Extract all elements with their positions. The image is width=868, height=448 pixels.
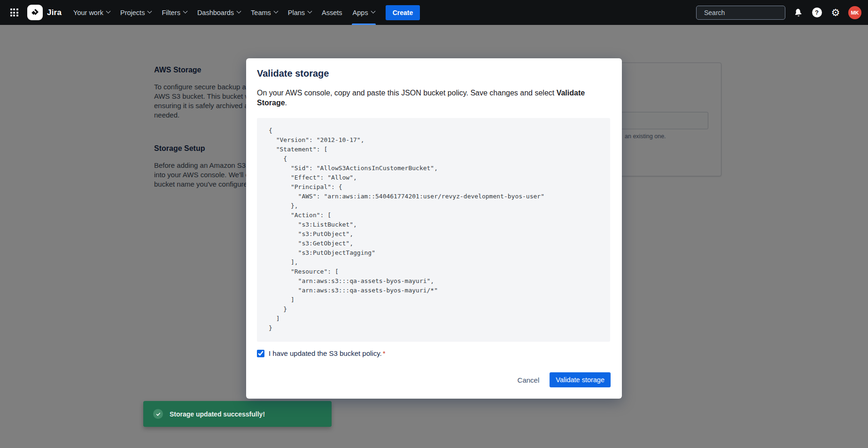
dialog-title: Validate storage [257, 68, 329, 79]
nav-item-assets[interactable]: Assets [317, 0, 348, 25]
dialog-description: On your AWS console, copy and paste this… [257, 88, 589, 108]
bucket-policy-code-block[interactable]: { "Version": "2012-10-17", "Statement": … [257, 118, 610, 342]
create-button[interactable]: Create [386, 5, 420, 20]
chevron-down-icon [147, 9, 152, 14]
validate-storage-button[interactable]: Validate storage [550, 372, 611, 387]
chevron-down-icon [183, 9, 187, 14]
nav-item-plans[interactable]: Plans [283, 0, 317, 25]
chevron-down-icon [237, 9, 241, 14]
dialog-footer: Cancel Validate storage [511, 372, 611, 387]
cancel-button[interactable]: Cancel [511, 372, 546, 387]
search-input[interactable] [704, 9, 789, 16]
application-window: Jira Your work Projects Filters Dashboar… [0, 0, 868, 448]
primary-nav: Your work Projects Filters Dashboards Te… [68, 0, 380, 25]
nav-item-your-work[interactable]: Your work [68, 0, 115, 25]
top-navigation-bar: Jira Your work Projects Filters Dashboar… [0, 0, 868, 25]
brand-name: Jira [47, 8, 62, 17]
nav-right-cluster: ? ⚙ MK [696, 6, 861, 20]
chevron-down-icon [106, 9, 111, 14]
jira-logo-icon [27, 5, 43, 20]
nav-item-apps[interactable]: Apps [348, 0, 380, 25]
global-search[interactable] [696, 6, 785, 20]
grid-dots-icon [10, 8, 18, 16]
validate-storage-dialog: Validate storage On your AWS console, co… [246, 58, 622, 399]
nav-item-dashboards[interactable]: Dashboards [192, 0, 246, 25]
nav-item-projects[interactable]: Projects [115, 0, 156, 25]
notifications-bell-icon[interactable] [792, 7, 804, 19]
nav-item-filters[interactable]: Filters [156, 0, 192, 25]
required-asterisk: * [383, 349, 386, 357]
help-icon[interactable]: ? [811, 7, 823, 19]
jira-home-link[interactable]: Jira [27, 5, 62, 20]
nav-item-teams[interactable]: Teams [246, 0, 283, 25]
success-toast: Storage updated successfully! [143, 401, 332, 427]
settings-gear-icon[interactable]: ⚙ [829, 7, 842, 19]
bucket-policy-json: { "Version": "2012-10-17", "Statement": … [269, 126, 610, 333]
toast-message: Storage updated successfully! [170, 410, 265, 418]
chevron-down-icon [308, 9, 312, 14]
chevron-down-icon [371, 9, 375, 14]
policy-updated-checkbox[interactable] [257, 350, 264, 357]
checkbox-label[interactable]: I have updated the S3 bucket policy.* [269, 349, 386, 357]
user-avatar[interactable]: MK [848, 6, 861, 19]
check-circle-icon [153, 409, 163, 419]
app-switcher-icon[interactable] [7, 5, 22, 20]
policy-confirmation-row: I have updated the S3 bucket policy.* [257, 349, 386, 357]
chevron-down-icon [273, 9, 278, 14]
